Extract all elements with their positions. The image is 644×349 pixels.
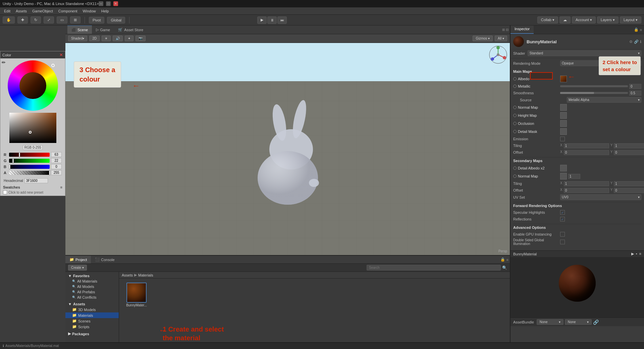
height-map-slot[interactable]: [560, 112, 567, 119]
sec-offset-y-input[interactable]: [614, 188, 644, 193]
offset-y-input[interactable]: [614, 150, 644, 155]
emission-checkbox[interactable]: [560, 137, 565, 141]
packages-folder[interactable]: ▶ Packages: [65, 331, 119, 337]
materials-item[interactable]: 📁 Materials: [65, 312, 119, 318]
swatches-header[interactable]: Swatches ≡: [3, 185, 62, 189]
preview-play-icon[interactable]: ▶: [631, 252, 634, 256]
height-map-radio[interactable]: [513, 114, 517, 117]
inspector-menu-icon[interactable]: ≡: [640, 28, 642, 32]
swatches-menu[interactable]: ≡: [60, 185, 62, 189]
green-value[interactable]: 22: [51, 158, 62, 163]
hex-input[interactable]: 3F1600: [24, 178, 48, 183]
source-dropdown[interactable]: Metallic Alpha ▾: [567, 97, 641, 103]
metallic-radio[interactable]: [513, 85, 517, 88]
search-input[interactable]: [367, 265, 501, 270]
menu-component[interactable]: Component: [56, 8, 80, 14]
gizmo-widget[interactable]: [488, 45, 508, 64]
tool-rotate[interactable]: ↻: [31, 16, 41, 23]
tool-rect[interactable]: ▭: [57, 16, 67, 23]
3dmodels-item[interactable]: 📁 3D Models: [65, 307, 119, 312]
detail-albedo-slot[interactable]: [560, 165, 567, 171]
maximize-btn[interactable]: □: [106, 1, 111, 6]
pause-button[interactable]: ⏸: [267, 16, 277, 24]
detail-mask-radio[interactable]: [513, 130, 517, 133]
breadcrumb-materials[interactable]: Materials: [138, 273, 153, 277]
tiling-y-input[interactable]: [614, 143, 644, 148]
sec-normal-input[interactable]: [568, 174, 580, 179]
material-link-icon[interactable]: 🔗: [634, 40, 639, 44]
tab-project[interactable]: 📁 Project: [65, 256, 91, 263]
blue-slider[interactable]: [9, 165, 50, 169]
lock-inspector-icon[interactable]: 🔒: [634, 28, 639, 32]
pivot-btn[interactable]: Pivot: [89, 17, 104, 23]
viewport[interactable]: 3 Choose acolour ← Persp: [65, 43, 510, 255]
color-mode-selector[interactable]: RGB 0-255: [23, 145, 42, 150]
occlusion-radio[interactable]: [513, 122, 517, 125]
asset-bundle-link-icon[interactable]: 🔗: [593, 319, 599, 325]
account-btn[interactable]: Account ▾: [572, 16, 596, 23]
preview-settings-icon[interactable]: ≡: [639, 252, 641, 256]
sec-normal-slot[interactable]: [560, 173, 567, 180]
fx-btn[interactable]: ✦: [125, 36, 133, 41]
shader-dropdown[interactable]: Standard ▾: [528, 50, 641, 56]
lock-icon[interactable]: 🔒: [500, 257, 505, 262]
assets-folder[interactable]: ▼ Assets: [65, 301, 119, 307]
cloud-btn[interactable]: ☁: [559, 16, 571, 23]
all-models-item[interactable]: 🔍 All Models: [65, 284, 119, 289]
close-btn[interactable]: ✕: [113, 1, 118, 6]
tab-scene[interactable]: ⬛ Scene: [67, 26, 92, 34]
tool-move[interactable]: ✚: [17, 16, 28, 23]
alpha-value[interactable]: 255: [51, 170, 62, 175]
gpu-instancing-checkbox[interactable]: [560, 232, 565, 237]
tab-game[interactable]: ▷ Game: [92, 26, 114, 34]
normal-map-slot[interactable]: [560, 104, 567, 111]
asset-bundle-dropdown1[interactable]: None ▾: [537, 319, 564, 325]
camera-btn[interactable]: 📷: [136, 36, 146, 41]
red-slider[interactable]: [9, 153, 50, 157]
color-panel-close[interactable]: ✕: [59, 52, 63, 57]
tool-hand[interactable]: ✋: [3, 16, 15, 23]
albedo-color-swatch[interactable]: [560, 76, 567, 82]
sec-tiling-y-input[interactable]: [614, 181, 644, 186]
panel-menu-icon[interactable]: ≡: [506, 258, 508, 262]
tab-console[interactable]: ⬛ Console: [91, 256, 118, 263]
step-button[interactable]: ⏭: [277, 16, 287, 24]
all-layers-filter[interactable]: All ▾: [495, 36, 507, 41]
sec-offset-x-input[interactable]: [564, 188, 609, 193]
reflections-checkbox[interactable]: ✓: [560, 217, 565, 221]
inspector-tab[interactable]: Inspector: [511, 26, 534, 34]
asset-bundle-dropdown2[interactable]: None ▾: [565, 319, 592, 325]
metallic-slider[interactable]: [560, 85, 628, 87]
green-slider[interactable]: [9, 159, 50, 163]
tab-asset-store[interactable]: 🛒 Asset Store: [114, 26, 147, 34]
color-wheel[interactable]: [8, 60, 58, 111]
tool-transform[interactable]: ⊞: [70, 16, 80, 23]
sec-normal-radio[interactable]: [513, 174, 517, 178]
layout-btn[interactable]: Layout ▾: [620, 16, 641, 23]
detail-albedo-radio[interactable]: [513, 166, 517, 170]
scripts-item[interactable]: 📁 Scripts: [65, 324, 119, 330]
metallic-input[interactable]: [629, 84, 641, 89]
audio-btn[interactable]: 🔊: [113, 36, 123, 41]
shaded-btn[interactable]: Shaded▾: [68, 36, 87, 41]
all-prefabs-item[interactable]: 🔍 All Prefabs: [65, 289, 119, 295]
smoothness-input[interactable]: [629, 91, 641, 96]
all-conflicts-item[interactable]: 🔍 All Conflicts: [65, 295, 119, 300]
favorites-folder[interactable]: ▼ Favorites: [65, 273, 119, 279]
window-controls[interactable]: ─ □ ✕: [99, 1, 118, 6]
bunny-material-asset[interactable]: BunnyMater...: [123, 283, 150, 307]
color-gradient-square[interactable]: [9, 113, 56, 143]
menu-help[interactable]: Help: [99, 8, 112, 14]
albedo-radio[interactable]: [513, 77, 517, 81]
2d-btn[interactable]: 2D: [89, 36, 100, 41]
detail-mask-slot[interactable]: [560, 128, 567, 135]
sec-tiling-x-input[interactable]: [564, 181, 609, 186]
search-icon[interactable]: 🔍: [502, 265, 507, 270]
minimize-btn[interactable]: ─: [99, 1, 103, 6]
tiling-x-input[interactable]: [564, 143, 609, 148]
blue-value[interactable]: 0: [51, 164, 62, 169]
double-sided-checkbox[interactable]: [560, 240, 565, 244]
normal-map-radio[interactable]: [513, 106, 517, 109]
preview-pause-icon[interactable]: •: [636, 252, 637, 256]
menu-gameobject[interactable]: GameObject: [30, 8, 56, 14]
